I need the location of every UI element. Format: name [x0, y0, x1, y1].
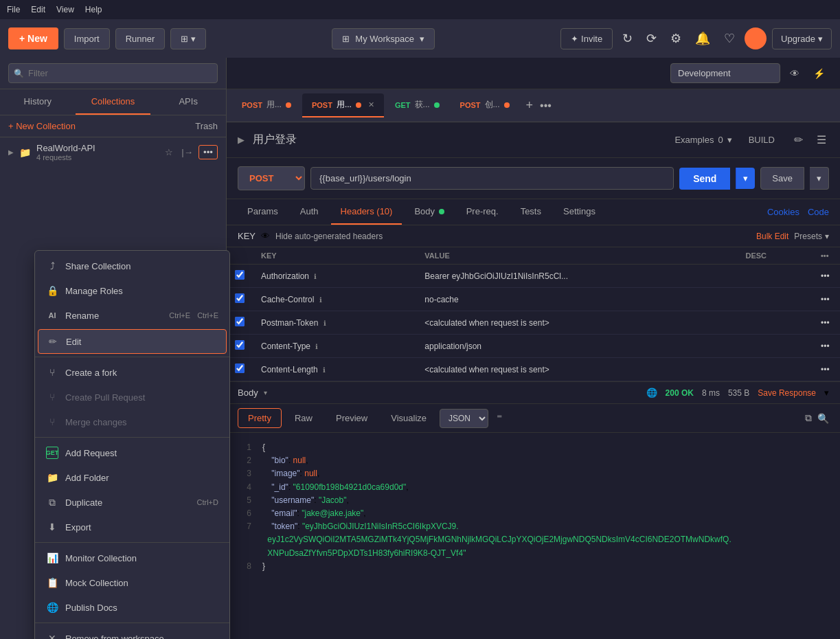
examples-button[interactable]: Examples 0 ▾: [674, 135, 731, 145]
url-input[interactable]: [310, 167, 674, 190]
sidebar-tabs: History Collections APIs: [0, 89, 226, 115]
import-button[interactable]: Import: [64, 28, 110, 49]
header-check-4[interactable]: [235, 340, 245, 350]
eye-button[interactable]: 👁: [786, 65, 804, 82]
layout-button[interactable]: ⊞ ▾: [170, 28, 206, 49]
send-button[interactable]: Send: [679, 168, 730, 190]
bulk-edit-button[interactable]: Bulk Edit: [756, 232, 788, 241]
search-body-button[interactable]: 🔍: [817, 412, 829, 424]
menu-view[interactable]: View: [56, 5, 74, 14]
req-tab-prereq[interactable]: Pre-req.: [457, 199, 508, 225]
ctx-rename[interactable]: AI Rename Ctrl+E Ctrl+E: [35, 303, 229, 328]
tab-post-1[interactable]: POST 用...: [232, 93, 301, 117]
collection-more-button[interactable]: •••: [198, 145, 218, 159]
method-select[interactable]: POST GET PUT DELETE: [238, 166, 305, 190]
ctx-monitor[interactable]: 📊 Monitor Collection: [35, 546, 229, 570]
req-tab-auth[interactable]: Auth: [291, 199, 328, 225]
more-tabs-button[interactable]: •••: [540, 100, 552, 112]
workspace-button[interactable]: ⊞ My Workspace ▾: [332, 28, 435, 49]
notification-button[interactable]: 🔔: [691, 27, 714, 50]
ctx-manage-roles[interactable]: 🔒 Manage Roles: [35, 278, 229, 303]
body-tab-raw[interactable]: Raw: [284, 408, 323, 428]
header-more-1[interactable]: •••: [813, 265, 840, 288]
presets-chevron: ▾: [825, 232, 829, 241]
header-more-3[interactable]: •••: [813, 311, 840, 335]
ctx-edit[interactable]: ✏ Edit: [38, 329, 227, 354]
request-header-bar: ▶ 用户登录 Examples 0 ▾ BUILD ✏ ☰: [227, 122, 840, 158]
ctx-mock[interactable]: 📋 Mock Collection: [35, 570, 229, 595]
req-tab-settings[interactable]: Settings: [554, 199, 605, 225]
edit-icon-button[interactable]: ✏: [791, 131, 806, 149]
req-tab-headers[interactable]: Headers (10): [331, 199, 402, 225]
tab-history[interactable]: History: [0, 89, 76, 115]
req-tab-params[interactable]: Params: [238, 199, 288, 225]
new-button[interactable]: + New: [8, 27, 58, 49]
ctx-duplicate[interactable]: ⧉ Duplicate Ctrl+D: [35, 490, 229, 515]
sync-button[interactable]: ⟳: [642, 27, 661, 50]
ctx-export[interactable]: ⬇ Export: [35, 515, 229, 539]
collection-star-button[interactable]: ☆: [162, 145, 176, 159]
ctx-add-folder[interactable]: 📁 Add Folder: [35, 465, 229, 490]
tab-close-2[interactable]: ✕: [368, 100, 374, 109]
req-tab-body[interactable]: Body: [405, 199, 453, 225]
ctx-publish-docs[interactable]: 🌐 Publish Docs: [35, 595, 229, 620]
code-link[interactable]: Code: [808, 207, 829, 217]
menu-edit[interactable]: Edit: [31, 5, 45, 14]
collection-expand-button[interactable]: |→: [179, 145, 196, 159]
tab-post-2[interactable]: POST 用... ✕: [302, 93, 384, 117]
heart-button[interactable]: ♡: [720, 27, 739, 50]
header-more-4[interactable]: •••: [813, 335, 840, 358]
environment-select[interactable]: Development: [670, 63, 780, 83]
header-check-3[interactable]: [235, 317, 245, 326]
ctx-create-fork[interactable]: ⑂ Create a fork: [35, 360, 229, 385]
build-button[interactable]: BUILD: [740, 131, 783, 149]
copy-button[interactable]: ⧉: [805, 412, 812, 424]
tab-get-1[interactable]: GET 获...: [385, 93, 449, 117]
json-format-select[interactable]: JSON XML Text: [440, 409, 488, 428]
upgrade-button[interactable]: Upgrade ▾: [772, 28, 832, 49]
settings-button[interactable]: ⚙: [666, 27, 685, 50]
adjust-button[interactable]: ⚡: [809, 65, 829, 82]
ctx-share[interactable]: ⤴ Share Collection: [35, 254, 229, 278]
headers-toolbar: KEY 👁 Hide auto-generated headers Bulk E…: [227, 225, 840, 247]
doc-icon-button[interactable]: ☰: [814, 131, 829, 149]
wrap-button[interactable]: ⁼: [491, 409, 508, 427]
save-response-chevron[interactable]: ▾: [824, 388, 829, 398]
header-key-1: Authorization ℹ: [253, 265, 416, 288]
search-input[interactable]: [8, 63, 218, 83]
header-check-1[interactable]: [235, 270, 245, 280]
add-tab-button[interactable]: +: [521, 98, 539, 113]
body-tab-preview[interactable]: Preview: [326, 408, 378, 428]
body-tab-visualize[interactable]: Visualize: [381, 408, 437, 428]
header-more-5[interactable]: •••: [813, 358, 840, 381]
header-check-2[interactable]: [235, 293, 245, 303]
req-tab-tests[interactable]: Tests: [511, 199, 551, 225]
header-check-5[interactable]: [235, 363, 245, 373]
method-bar: POST GET PUT DELETE Send ▾ Save ▾: [227, 158, 840, 199]
avatar-button[interactable]: [745, 27, 767, 49]
body-tab-pretty[interactable]: Pretty: [238, 408, 282, 428]
trash-button[interactable]: Trash: [195, 121, 218, 131]
invite-button[interactable]: ✦ Invite: [560, 28, 613, 49]
save-response-button[interactable]: Save Response: [758, 388, 816, 398]
collection-item-realworld[interactable]: ▶ 📁 RealWorld-API 4 requests ☆ |→ •••: [0, 137, 226, 167]
presets-button[interactable]: Presets ▾: [794, 232, 829, 241]
tab-post-3[interactable]: POST 创...: [451, 93, 519, 117]
ctx-add-request[interactable]: GET Add Request: [35, 440, 229, 465]
menu-help[interactable]: Help: [85, 5, 102, 14]
cookies-link[interactable]: Cookies: [767, 207, 799, 217]
tab-apis[interactable]: APIs: [150, 89, 226, 115]
header-more-2[interactable]: •••: [813, 288, 840, 311]
hide-autogenerated-button[interactable]: Hide auto-generated headers: [275, 232, 383, 241]
tab-collections[interactable]: Collections: [76, 89, 151, 115]
ctx-separator-4: [35, 623, 229, 623]
runner-button[interactable]: Runner: [115, 28, 166, 49]
menu-file[interactable]: File: [7, 5, 20, 14]
refresh-button[interactable]: ↻: [618, 27, 637, 50]
eye-hide-icon: 👁: [261, 231, 270, 241]
save-button[interactable]: Save: [760, 167, 804, 190]
send-dropdown-button[interactable]: ▾: [736, 168, 755, 189]
new-collection-button[interactable]: + New Collection: [8, 121, 76, 131]
save-dropdown-button[interactable]: ▾: [810, 167, 829, 190]
ctx-remove[interactable]: ✕ Remove from workspace: [35, 626, 229, 639]
